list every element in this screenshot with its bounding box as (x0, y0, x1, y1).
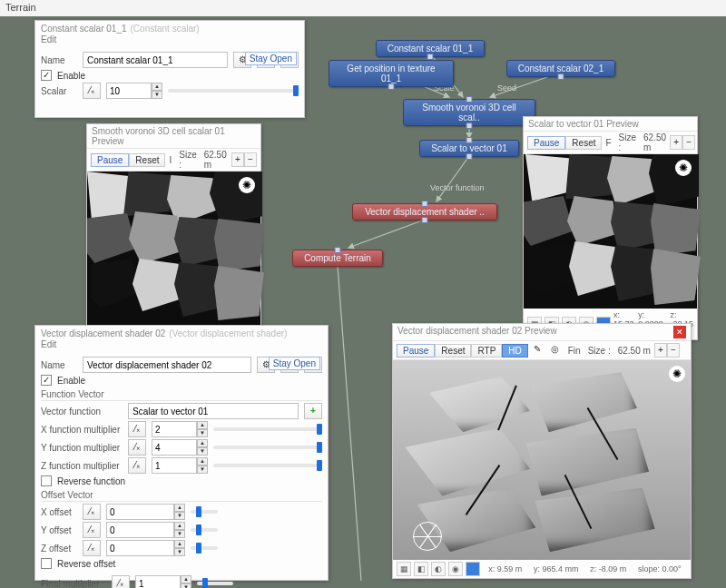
pause-button[interactable]: Pause (91, 153, 129, 167)
brush-icon[interactable]: ✎ (528, 342, 546, 358)
z-offset-spinner[interactable]: ▲▼ (106, 540, 185, 556)
z-multiplier-spinner[interactable]: ▲▼ (152, 457, 208, 474)
name-input[interactable] (83, 357, 251, 373)
spin-up-icon[interactable]: ▲ (174, 504, 185, 512)
spin-down-icon[interactable]: ▼ (181, 583, 191, 588)
node-constant-scalar-1[interactable]: Constant scalar 01_1 (376, 40, 485, 57)
preview-viewport[interactable]: ✺ (87, 172, 260, 326)
z-offset-slider[interactable] (191, 546, 218, 550)
spin-down-icon[interactable]: ▼ (174, 530, 185, 538)
node-compute-terrain[interactable]: Compute Terrain (292, 250, 383, 267)
spin-up-icon[interactable]: ▲ (197, 439, 208, 447)
spin-up-icon[interactable]: ▲ (181, 575, 191, 583)
name-input[interactable] (83, 52, 228, 68)
footer-tool-5[interactable] (466, 562, 480, 576)
hd-button[interactable]: HD (502, 344, 527, 358)
z-multiplier-slider[interactable] (213, 464, 322, 467)
x-multiplier-spinner[interactable]: ▲▼ (152, 421, 208, 437)
expression-icon[interactable]: ⁄ₓ (112, 575, 130, 588)
x-offset-input[interactable] (106, 504, 174, 520)
pause-button[interactable]: Pause (397, 344, 435, 358)
rtp-button[interactable]: RTP (471, 344, 502, 358)
node-vector-displacement[interactable]: Vector displacement shader .. (352, 203, 497, 220)
zoom-out-button[interactable]: − (682, 135, 695, 150)
spin-up-icon[interactable]: ▲ (197, 421, 208, 429)
wire-label-vfunc: Vector function (430, 183, 485, 192)
spin-down-icon[interactable]: ▼ (197, 447, 208, 456)
reverse-function-checkbox[interactable] (41, 475, 52, 486)
expression-icon[interactable]: ⁄ₓ (128, 457, 146, 474)
preview-viewport[interactable]: ✺ (393, 360, 691, 560)
y-offset-slider[interactable] (191, 528, 218, 532)
footer-tool-1[interactable]: ▦ (397, 562, 411, 576)
node-constant-scalar-2[interactable]: Constant scalar 02_1 (506, 60, 615, 77)
panel-edit-link[interactable]: Edit (35, 34, 304, 46)
spin-up-icon[interactable]: ▲ (174, 522, 185, 530)
x-offset-spinner[interactable]: ▲▼ (106, 504, 185, 520)
expression-icon[interactable]: ⁄ₓ (83, 522, 101, 538)
final-multiplier-input[interactable] (135, 575, 181, 588)
enable-checkbox[interactable] (41, 375, 52, 386)
spin-down-icon[interactable]: ▼ (174, 512, 185, 520)
reverse-offset-checkbox[interactable] (41, 558, 52, 569)
window-title: Terrain (0, 0, 726, 16)
spin-up-icon[interactable]: ▲ (152, 83, 162, 91)
expression-icon[interactable]: ⁄ₓ (128, 439, 146, 456)
scalar-slider[interactable] (168, 89, 299, 93)
panel-edit-link[interactable]: Edit (35, 339, 328, 351)
vector-function-label: Vector function (41, 407, 123, 416)
z-multiplier-input[interactable] (152, 457, 197, 474)
readout-y: y: 965.4 mm (534, 564, 579, 573)
node-scalar-to-vector[interactable]: Scalar to vector 01 (419, 140, 519, 157)
reset-button[interactable]: Reset (565, 136, 602, 150)
zoom-out-button[interactable]: − (244, 152, 257, 167)
footer-tool-2[interactable]: ◧ (414, 562, 428, 576)
final-multiplier-label: Final multiplier (41, 579, 106, 589)
x-multiplier-slider[interactable] (213, 427, 322, 431)
y-multiplier-spinner[interactable]: ▲▼ (152, 439, 208, 456)
final-multiplier-spinner[interactable]: ▲▼ (135, 575, 191, 588)
gear-icon[interactable]: ✺ (239, 177, 255, 193)
plus-icon[interactable]: + (304, 403, 322, 419)
expression-icon[interactable]: ⁄ₓ (83, 540, 101, 556)
y-offset-input[interactable] (106, 522, 174, 538)
gear-icon[interactable]: ✺ (675, 160, 692, 176)
scalar-spinner[interactable]: ▲▼ (106, 83, 162, 99)
gear-icon[interactable]: ✺ (669, 366, 685, 382)
preview-viewport[interactable]: ✺ (524, 154, 697, 309)
spin-down-icon[interactable]: ▼ (152, 91, 162, 99)
final-multiplier-slider[interactable] (197, 582, 233, 585)
spin-down-icon[interactable]: ▼ (197, 466, 208, 474)
stay-open-button[interactable]: Stay Open (245, 52, 297, 65)
pause-button[interactable]: Pause (527, 136, 565, 150)
vector-function-input[interactable] (128, 403, 299, 419)
y-multiplier-slider[interactable] (213, 446, 322, 449)
scalar-input[interactable] (106, 83, 152, 99)
footer-tool-3[interactable]: ◐ (431, 562, 446, 576)
spin-down-icon[interactable]: ▼ (197, 429, 208, 437)
enable-checkbox[interactable] (41, 70, 52, 81)
node-voronoi[interactable]: Smooth voronoi 3D cell scal.. (403, 99, 535, 126)
x-offset-slider[interactable] (191, 510, 218, 514)
reset-button[interactable]: Reset (129, 153, 165, 167)
node-get-position[interactable]: Get position in texture 01_1 (329, 60, 454, 87)
z-offset-input[interactable] (106, 540, 174, 556)
spin-down-icon[interactable]: ▼ (174, 548, 185, 556)
y-offset-spinner[interactable]: ▲▼ (106, 522, 185, 538)
expression-icon[interactable]: ⁄ₓ (83, 504, 101, 520)
footer-tool-4[interactable]: ◉ (448, 562, 463, 576)
expression-icon[interactable]: ⁄ₓ (128, 421, 146, 437)
zoom-in-button[interactable]: + (654, 343, 667, 358)
spin-up-icon[interactable]: ▲ (197, 457, 208, 466)
spin-up-icon[interactable]: ▲ (174, 540, 185, 548)
reset-button[interactable]: Reset (435, 344, 471, 358)
zoom-in-button[interactable]: + (670, 135, 682, 150)
close-icon[interactable]: ✕ (673, 326, 686, 338)
stay-open-button[interactable]: Stay Open (269, 357, 320, 370)
x-multiplier-input[interactable] (152, 421, 197, 437)
y-multiplier-input[interactable] (152, 439, 197, 456)
zoom-in-button[interactable]: + (231, 152, 244, 167)
zoom-out-button[interactable]: − (667, 343, 680, 358)
expression-icon[interactable]: ⁄ₓ (83, 83, 101, 99)
eye-icon[interactable]: ◎ (546, 342, 564, 358)
